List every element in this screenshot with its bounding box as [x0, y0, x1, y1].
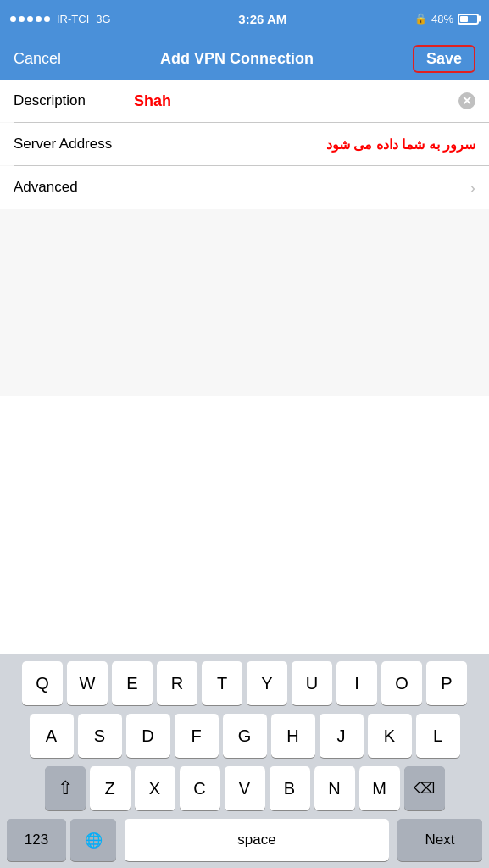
battery-icon — [458, 14, 479, 25]
key-p[interactable]: P — [426, 661, 467, 705]
keyboard-row-1: Q W E R T Y U I O P — [3, 661, 486, 705]
server-address-value[interactable]: سرور به شما داده می شود — [134, 136, 475, 153]
key-a[interactable]: A — [30, 714, 74, 758]
keyboard-bottom-row: 123 🌐 space Next — [3, 819, 486, 861]
signal-dots — [10, 16, 50, 22]
key-c[interactable]: C — [180, 766, 220, 810]
space-key[interactable]: space — [125, 819, 389, 861]
keyboard-row-2: A S D F G H J K L — [3, 714, 486, 758]
server-address-label: Server Address — [14, 136, 124, 153]
key-l[interactable]: L — [416, 714, 460, 758]
key-v[interactable]: V — [225, 766, 265, 810]
key-e[interactable]: E — [112, 661, 153, 705]
key-j[interactable]: J — [320, 714, 364, 758]
server-address-row: Server Address سرور به شما داده می شود — [0, 123, 489, 165]
key-m[interactable]: M — [359, 766, 400, 810]
key-q[interactable]: Q — [22, 661, 63, 705]
key-w[interactable]: W — [67, 661, 108, 705]
nav-bar: Cancel Add VPN Connection Save — [0, 37, 489, 80]
key-f[interactable]: F — [175, 714, 219, 758]
key-y[interactable]: Y — [247, 661, 287, 705]
key-k[interactable]: K — [368, 714, 412, 758]
save-button[interactable]: Save — [413, 45, 475, 73]
clear-icon[interactable]: ✕ — [458, 92, 475, 109]
advanced-label: Advanced — [14, 179, 470, 196]
key-b[interactable]: B — [270, 766, 310, 810]
chevron-right-icon: › — [470, 178, 475, 198]
cancel-button[interactable]: Cancel — [14, 50, 61, 68]
empty-area — [0, 209, 489, 396]
page-title: Add VPN Connection — [160, 50, 314, 68]
key-r[interactable]: R — [157, 661, 197, 705]
status-bar: IR-TCI 3G 3:26 AM 🔒 48% — [0, 0, 489, 37]
shift-key[interactable]: ⇧ — [45, 766, 86, 810]
key-d[interactable]: D — [126, 714, 170, 758]
key-i[interactable]: I — [336, 661, 377, 705]
key-s[interactable]: S — [78, 714, 122, 758]
form-area: Description Shah ✕ Server Address سرور ب… — [0, 80, 489, 209]
key-t[interactable]: T — [202, 661, 242, 705]
description-value[interactable]: Shah — [134, 92, 448, 110]
key-x[interactable]: X — [135, 766, 175, 810]
battery-percent: 48% — [431, 13, 453, 25]
status-time: 3:26 AM — [238, 12, 286, 26]
key-h[interactable]: H — [271, 714, 315, 758]
status-left: IR-TCI 3G — [10, 13, 111, 25]
advanced-row[interactable]: Advanced › — [0, 166, 489, 209]
key-o[interactable]: O — [381, 661, 422, 705]
keyboard-row-3: ⇧ Z X C V B N M ⌫ — [3, 766, 486, 810]
key-z[interactable]: Z — [90, 766, 131, 810]
globe-key[interactable]: 🌐 — [70, 819, 116, 861]
key-g[interactable]: G — [223, 714, 267, 758]
next-key[interactable]: Next — [397, 819, 482, 861]
description-row: Description Shah ✕ — [0, 80, 489, 122]
lock-icon: 🔒 — [414, 13, 427, 25]
network-type: 3G — [96, 13, 110, 25]
numbers-key[interactable]: 123 — [7, 819, 66, 861]
delete-key[interactable]: ⌫ — [404, 766, 445, 810]
key-u[interactable]: U — [292, 661, 332, 705]
description-label: Description — [14, 92, 124, 109]
carrier-text: IR-TCI — [57, 13, 89, 25]
status-right: 🔒 48% — [414, 13, 479, 25]
keyboard: Q W E R T Y U I O P A S D F G H J K L ⇧ … — [0, 654, 489, 868]
key-n[interactable]: N — [314, 766, 355, 810]
